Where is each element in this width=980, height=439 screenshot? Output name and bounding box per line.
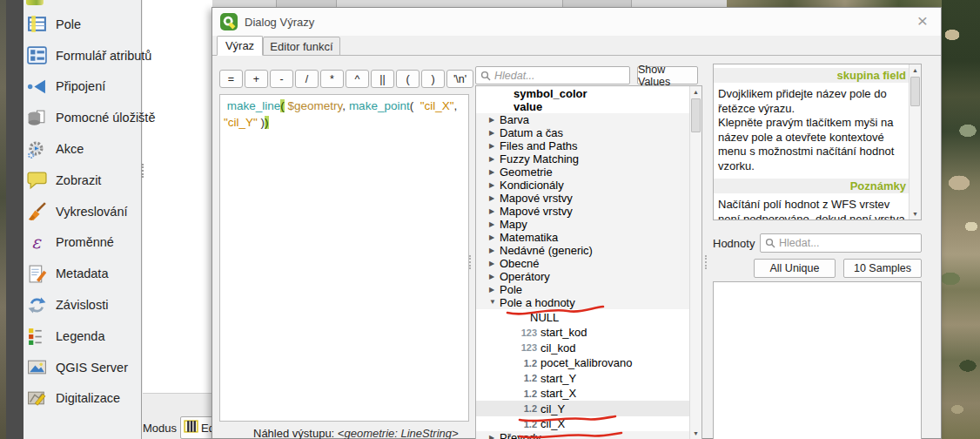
modus-label: Modus (143, 422, 177, 435)
tree-scrollbar-thumb[interactable] (691, 98, 701, 132)
operator-button[interactable]: ) (421, 70, 445, 88)
show-values-button[interactable]: Show Values (637, 66, 698, 84)
tree-group-prevody-partial[interactable]: ▶Převody (476, 431, 690, 439)
metadata-icon (26, 263, 47, 284)
scroll-down-icon[interactable]: ▼ (690, 428, 701, 439)
sidebar-item-label: Metadata (56, 267, 108, 280)
sidebar-item-digitalizace[interactable]: Digitalizace (23, 383, 141, 415)
field-type-icon: 1.2 (516, 419, 537, 429)
operator-button[interactable]: ^ (346, 70, 369, 88)
tree-group-files-and-paths[interactable]: ▶Files and Paths (476, 139, 690, 152)
tree-group-label: Mapové vrstvy (500, 205, 573, 218)
display-icon (26, 170, 47, 191)
function-tree-rows: symbol_colorvalue▶Barva▶Datum a čas▶File… (476, 87, 690, 439)
sidebar-item-pole[interactable]: Pole (23, 9, 141, 40)
operator-button[interactable]: ( (396, 70, 420, 88)
sidebar-item-metadata[interactable]: Metadata (23, 258, 141, 289)
tree-group-geometrie[interactable]: ▶Geometrie (476, 165, 690, 179)
tree-field-cil_y[interactable]: 1.2cil_Y (476, 401, 690, 416)
tree-group-kondicion-ly[interactable]: ▶Kondicionály (476, 179, 690, 192)
ten-samples-button[interactable]: 10 Samples (843, 259, 922, 278)
help-paragraph: Klepněte pravým tlačítkem myši na název … (718, 116, 905, 173)
tree-field-start_x[interactable]: 1.2start_X (476, 386, 690, 402)
tree-group-mapov-vrstvy[interactable]: ▶Mapové vrstvy (476, 192, 690, 205)
tree-group-label: Files and Paths (500, 139, 578, 152)
tree-group-label: Nedávné (generic) (500, 244, 593, 257)
help-scrollbar-thumb[interactable] (910, 77, 920, 106)
chevron-right-icon: ▶ (489, 220, 494, 228)
tree-group-oper-tory[interactable]: ▶Operátory (476, 270, 690, 283)
scroll-up-icon[interactable]: ▲ (910, 64, 921, 76)
tree-group-barva[interactable]: ▶Barva (476, 113, 690, 126)
help-scrollbar[interactable]: ▲ ▼ (909, 64, 921, 220)
sidebar-item-pomocn-lo-i-t-[interactable]: Pomocné úložiště (23, 102, 141, 133)
sidebar-item-formul-atribut-[interactable]: Formulář atributů (23, 40, 141, 71)
tree-group-label: Kondicionály (500, 179, 564, 192)
operator-button[interactable]: - (270, 70, 293, 88)
sidebar-item-akce[interactable]: Akce (23, 133, 141, 165)
panel-splitter-handle[interactable] (142, 164, 144, 178)
values-list[interactable] (713, 281, 922, 439)
sidebar-item-label: Formulář atributů (56, 49, 151, 63)
sidebar-item-z-vislosti[interactable]: Závislosti (23, 289, 141, 321)
tree-group-ned-vn-generic-[interactable]: ▶Nedávné (generic) (476, 244, 690, 257)
tree-field-start_kod[interactable]: 123start_kod (476, 325, 690, 341)
all-unique-button[interactable]: All Unique (754, 259, 836, 278)
dialog-titlebar[interactable]: Dialog Výrazy × (212, 8, 941, 36)
close-icon[interactable]: × (911, 10, 934, 32)
splitter-left-handle[interactable] (469, 255, 471, 269)
operator-button[interactable]: + (245, 70, 268, 88)
tree-field-cil_kod[interactable]: 123cil_kod (476, 340, 690, 355)
splitter-right-handle[interactable] (705, 255, 707, 269)
tab-vyraz[interactable]: Výraz (217, 36, 263, 56)
search-icon (480, 71, 491, 81)
tree-scrollbar[interactable]: ▲ ▼ (689, 86, 701, 439)
expression-editor[interactable]: make_line( $geometry, make_point( "cil_X… (219, 94, 469, 422)
operator-button[interactable]: / (295, 70, 319, 88)
modus-bar: Modus Equ (142, 394, 211, 439)
dependencies-icon (26, 294, 47, 315)
tree-group-pole-a-hodnoty-expanded[interactable]: ▼Pole a hodnoty (476, 296, 690, 309)
scroll-up-icon[interactable]: ▲ (690, 86, 701, 98)
tree-field-cil_x[interactable]: 1.2cil_X (476, 416, 690, 432)
scroll-down-icon[interactable]: ▼ (910, 208, 921, 220)
chevron-down-icon: ▼ (489, 298, 496, 306)
tree-item-symbol_color[interactable]: symbol_color (476, 87, 690, 100)
operator-button[interactable]: '\n' (446, 70, 473, 88)
chevron-right-icon: ▶ (489, 129, 494, 137)
tree-group-label: Geometrie (500, 165, 553, 179)
tree-group-mapov-vrstvy[interactable]: ▶Mapové vrstvy (476, 205, 690, 218)
chevron-right-icon: ▶ (489, 194, 494, 202)
variables-icon: ε (26, 232, 47, 253)
tree-group-pole[interactable]: ▶Pole (476, 283, 690, 296)
tree-item-value[interactable]: value (476, 100, 690, 113)
tree-group-matematika[interactable]: ▶Matematika (476, 231, 690, 244)
operator-button[interactable]: * (320, 70, 344, 88)
chevron-right-icon: ▶ (489, 181, 494, 189)
sidebar-item-qgis-server[interactable]: QGIS Server (23, 352, 141, 383)
values-search-input[interactable] (779, 237, 921, 249)
sidebar-item-zobrazit[interactable]: Zobrazit (23, 165, 141, 196)
tab-editor-funkci[interactable]: Editor funkcí (263, 37, 340, 56)
tree-field-pocet_kalibrovano[interactable]: 1.2pocet_kalibrovano (476, 355, 690, 371)
dialog-tab-bar: Výraz Editor funkcí (212, 36, 941, 56)
sidebar-item-vykreslov-n-[interactable]: Vykreslování (23, 196, 141, 227)
tree-field-null[interactable]: NULL (476, 309, 690, 325)
function-search-input[interactable] (494, 70, 634, 82)
table-view-icon (184, 419, 198, 436)
tree-group-datum-a-as[interactable]: ▶Datum a čas (476, 126, 690, 139)
operator-button[interactable]: || (371, 70, 394, 88)
tree-group-fuzzy-matching[interactable]: ▶Fuzzy Matching (476, 152, 690, 165)
tree-group-obecn-[interactable]: ▶Obecné (476, 257, 690, 270)
sidebar-item-legenda[interactable]: Legenda (23, 321, 141, 352)
sidebar-item-p-ipojen-[interactable]: Připojení (23, 71, 141, 103)
sidebar-item-prom-nn-[interactable]: εProměnné (23, 227, 141, 259)
tree-group-label: Pole a hodnoty (500, 296, 575, 309)
output-preview-label: Náhled výstupu: (253, 427, 334, 439)
help-paragraph: Dvojklikem přidejte název pole do řetězc… (718, 87, 905, 116)
attributes-form-icon (26, 45, 47, 66)
tree-group-mapy[interactable]: ▶Mapy (476, 218, 690, 231)
operator-button[interactable]: = (219, 70, 243, 88)
field-type-icon: 1.2 (516, 388, 537, 399)
tree-field-start_y[interactable]: 1.2start_Y (476, 370, 690, 386)
